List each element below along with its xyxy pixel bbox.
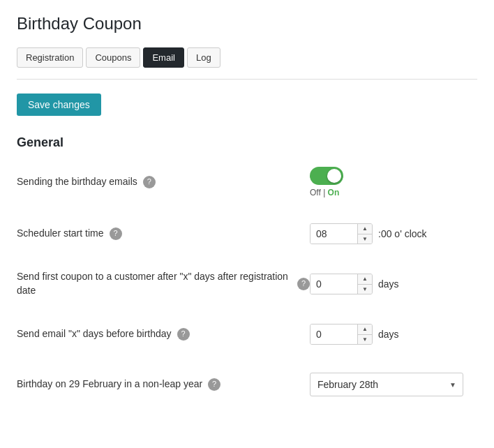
scheduler-start-time-unit: :00 o' clock — [378, 228, 427, 239]
field-birthday-feb29: Birthday on 29 February in a non-leap ye… — [17, 371, 477, 398]
toggle-slider — [310, 167, 343, 185]
field-send-email-days-before: Send email "x" days before birthday ? ▲ … — [17, 320, 477, 348]
send-first-coupon-days-unit: days — [378, 278, 399, 290]
field-sending-emails: Sending the birthday emails ? Off | On — [17, 167, 477, 197]
send-first-coupon-days-label: Send first coupon to a customer after "x… — [17, 270, 292, 297]
sending-emails-label: Sending the birthday emails — [17, 175, 137, 189]
scheduler-start-time-help-icon[interactable]: ? — [110, 227, 122, 240]
send-first-coupon-days-input[interactable] — [310, 274, 357, 294]
tab-email[interactable]: Email — [143, 47, 184, 68]
send-first-coupon-days-input-wrap: ▲ ▼ — [310, 274, 373, 294]
general-section-title: General — [17, 135, 477, 150]
birthday-feb29-select-wrap: February 28th March 1st — [310, 373, 463, 396]
toggle-labels: Off | On — [310, 188, 339, 197]
scheduler-start-time-label: Scheduler start time — [17, 227, 104, 241]
scheduler-start-time-increment[interactable]: ▲ — [358, 224, 372, 234]
tab-registration[interactable]: Registration — [17, 47, 83, 68]
send-email-days-before-input-wrap: ▲ ▼ — [310, 324, 373, 345]
toggle-on-label: On — [328, 188, 340, 197]
sending-emails-toggle[interactable] — [310, 167, 343, 185]
send-first-coupon-days-decrement[interactable]: ▼ — [358, 285, 372, 294]
toggle-separator: | — [323, 188, 325, 197]
header-divider — [17, 79, 477, 80]
birthday-feb29-label: Birthday on 29 February in a non-leap ye… — [17, 378, 202, 391]
tab-coupons[interactable]: Coupons — [86, 47, 140, 68]
birthday-feb29-help-icon[interactable]: ? — [208, 378, 220, 391]
tab-log[interactable]: Log — [187, 47, 220, 68]
scheduler-start-time-input-wrap: ▲ ▼ — [310, 223, 373, 244]
toggle-off-label: Off — [310, 188, 321, 197]
field-scheduler-start-time: Scheduler start time ? ▲ ▼ :00 o' clock — [17, 220, 477, 248]
send-first-coupon-days-increment[interactable]: ▲ — [358, 274, 372, 285]
send-email-days-before-label: Send email "x" days before birthday — [17, 327, 172, 341]
birthday-feb29-select[interactable]: February 28th March 1st — [310, 373, 463, 396]
page-title: Birthday Coupon — [17, 14, 477, 33]
field-send-first-coupon-days: Send first coupon to a customer after "x… — [17, 270, 477, 298]
tabs-bar: Registration Coupons Email Log — [17, 47, 477, 68]
send-email-days-before-unit: days — [378, 329, 399, 340]
send-first-coupon-days-help-icon[interactable]: ? — [297, 278, 310, 290]
send-email-days-before-decrement[interactable]: ▼ — [358, 335, 372, 345]
send-email-days-before-increment[interactable]: ▲ — [358, 324, 372, 335]
scheduler-start-time-input[interactable] — [310, 224, 357, 244]
send-email-days-before-input[interactable] — [310, 324, 357, 344]
sending-emails-help-icon[interactable]: ? — [143, 176, 156, 188]
send-email-days-before-help-icon[interactable]: ? — [177, 328, 190, 341]
save-button[interactable]: Save changes — [17, 94, 101, 116]
scheduler-start-time-decrement[interactable]: ▼ — [358, 234, 372, 244]
